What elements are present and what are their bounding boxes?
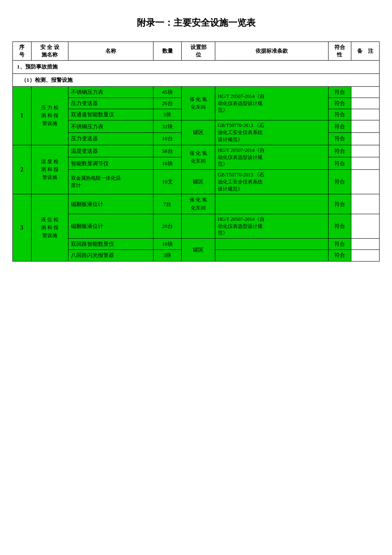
item-qty: 32块 [153, 120, 181, 133]
item-name: 智能数显调节仪 [68, 157, 153, 170]
item-conform: 符合 [329, 145, 351, 157]
section-1-1-label: （1）检测、报警设施 [13, 73, 380, 86]
item-note [351, 109, 379, 120]
item-standard: HG/T 20507-2014《自动化仪表选型设计规范》 [215, 145, 328, 169]
row-num-2: 2 [13, 145, 32, 194]
item-name: 磁翻板液位计 [68, 214, 153, 238]
item-qty: 58台 [153, 145, 181, 157]
item-location: 催 化 氢化车间 [182, 145, 215, 169]
item-name: 磁翻板液位计 [68, 194, 153, 214]
item-qty: 26台 [153, 98, 181, 109]
header-conform: 符合性 [329, 42, 351, 61]
item-qty: 3块 [153, 250, 181, 261]
item-qty: 10支 [153, 170, 181, 194]
item-conform: 符合 [329, 194, 351, 214]
item-standard: GB/T50770-2013 《石油化工安全仪表系统设计规范》 [215, 120, 328, 145]
row-cat-3: 液 位 检测 和 报警设施 [31, 194, 68, 261]
table-row: 1 压 力 检测 和 报警设施 不锈钢压力表 45块 催 化 氢化车间 HG/T… [13, 86, 380, 98]
item-location: 催 化 氢化车间 [182, 86, 215, 120]
section-header-1: 1、预防事故措施 [13, 61, 380, 73]
page-title: 附录一：主要安全设施一览表 [12, 17, 380, 29]
item-location: 罐区 [182, 239, 215, 261]
table-header: 序号 安 全 设施名称 名称 数量 设置部位 依据标准条款 符合性 备 注 [13, 42, 380, 61]
item-qty: 5块 [153, 109, 181, 120]
item-location: 罐区 [182, 170, 215, 194]
item-qty: 45块 [153, 86, 181, 98]
header-note: 备 注 [351, 42, 379, 61]
table-row: 2 温 度 检测 和 报警设施 温度变送器 58台 催 化 氢化车间 HG/T … [13, 145, 380, 157]
section-header-1-1: （1）检测、报警设施 [13, 73, 380, 86]
item-name: 温度变送器 [68, 145, 153, 157]
header-name: 名称 [68, 42, 153, 61]
item-qty: 10块 [153, 239, 181, 250]
item-conform: 符合 [329, 133, 351, 145]
item-conform: 符合 [329, 239, 351, 250]
item-standard: HG/T 20507-2014《自动化仪表选型设计规范》 [215, 214, 328, 238]
item-conform: 符合 [329, 109, 351, 120]
header-category: 安 全 设施名称 [31, 42, 68, 61]
item-qty: 10块 [153, 157, 181, 170]
row-cat-2: 温 度 检测 和 报警设施 [31, 145, 68, 194]
item-qty: 7台 [153, 194, 181, 214]
main-table: 序号 安 全 设施名称 名称 数量 设置部位 依据标准条款 符合性 备 注 1、… [12, 42, 380, 262]
item-standard [215, 194, 328, 214]
item-name: 八回路闪光报警器 [68, 250, 153, 261]
item-note [351, 145, 379, 157]
item-qty: 10台 [153, 133, 181, 145]
item-conform: 符合 [329, 170, 351, 194]
row-num-1: 1 [13, 86, 32, 145]
item-name: 不锈钢压力表 [68, 86, 153, 98]
item-note [351, 86, 379, 98]
item-qty: 20台 [153, 214, 181, 238]
item-note [351, 170, 379, 194]
item-note [351, 133, 379, 145]
item-name: 双金属热电阻一体化温度计 [68, 170, 153, 194]
item-conform: 符合 [329, 157, 351, 170]
item-name: 压力变送器 [68, 133, 153, 145]
item-location: 罐区 [182, 120, 215, 145]
item-conform: 符合 [329, 98, 351, 109]
header-seq: 序号 [13, 42, 32, 61]
item-note [351, 239, 379, 250]
header-location: 设置部位 [182, 42, 215, 61]
item-standard: HG/T 20507-2014《自动化仪表选型设计规范》 [215, 86, 328, 120]
item-standard [215, 239, 328, 250]
item-note [351, 194, 379, 214]
section-1-label: 1、预防事故措施 [13, 61, 380, 73]
header-qty: 数量 [153, 42, 181, 61]
item-conform: 符合 [329, 86, 351, 98]
item-name: 双回路智能数显仪 [68, 239, 153, 250]
item-location [182, 214, 215, 238]
item-note [351, 214, 379, 238]
item-conform: 符合 [329, 120, 351, 133]
item-conform: 符合 [329, 214, 351, 238]
table-row: 3 液 位 检测 和 报警设施 磁翻板液位计 7台 催 化 氢化车间 符合 [13, 194, 380, 214]
item-note [351, 120, 379, 133]
item-location: 催 化 氢化车间 [182, 194, 215, 214]
item-note [351, 157, 379, 170]
row-cat-1: 压 力 检测 和 报警设施 [31, 86, 68, 145]
item-note [351, 250, 379, 261]
row-num-3: 3 [13, 194, 32, 261]
item-conform: 符合 [329, 250, 351, 261]
item-standard [215, 250, 328, 261]
item-name: 双通道智能数显仪 [68, 109, 153, 120]
item-name: 压力变送器 [68, 98, 153, 109]
header-standard: 依据标准条款 [215, 42, 328, 61]
item-name: 不锈钢压力表 [68, 120, 153, 133]
item-standard: GB/T50770-2013 《石油化工安全仪表系统设计规范》 [215, 170, 328, 194]
item-note [351, 98, 379, 109]
